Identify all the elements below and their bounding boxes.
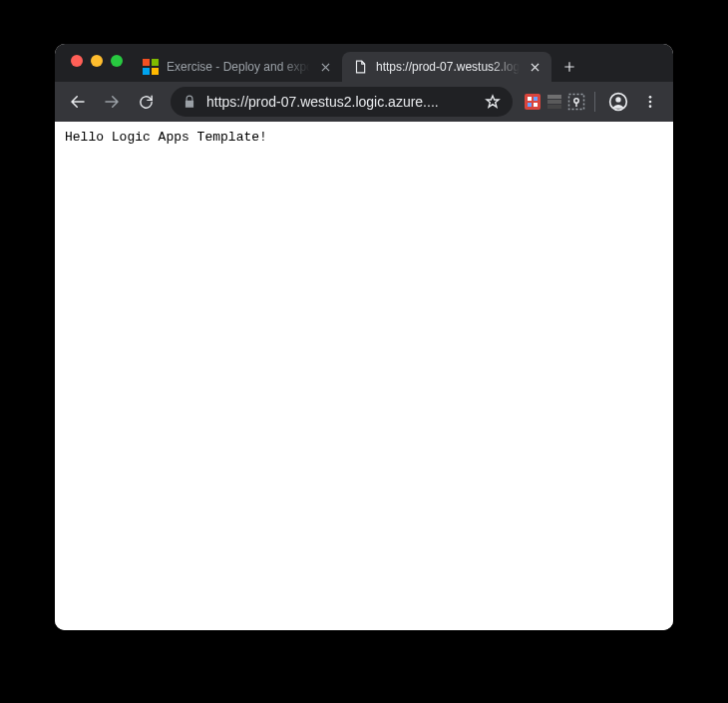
svg-rect-2 xyxy=(534,97,538,101)
svg-rect-0 xyxy=(525,94,541,110)
svg-rect-8 xyxy=(569,95,584,110)
microsoft-logo-icon xyxy=(143,59,159,75)
tab-inactive[interactable]: Exercise - Deploy and export xyxy=(133,52,342,82)
svg-rect-5 xyxy=(547,95,561,99)
svg-point-14 xyxy=(649,105,652,108)
extension-icon-3[interactable] xyxy=(566,92,586,112)
extension-icon-2[interactable] xyxy=(545,92,564,112)
extension-icon-1[interactable] xyxy=(523,92,543,112)
browser-window: Exercise - Deploy and export https://pro… xyxy=(55,44,673,630)
new-tab-button[interactable] xyxy=(555,53,583,81)
svg-rect-1 xyxy=(528,97,532,101)
svg-rect-4 xyxy=(534,103,538,107)
reload-button[interactable] xyxy=(131,87,161,117)
svg-point-13 xyxy=(649,101,652,104)
profile-button[interactable] xyxy=(603,87,633,117)
svg-rect-6 xyxy=(547,100,561,104)
tab-active[interactable]: https://prod-07.westus2.logic xyxy=(342,52,551,82)
back-button[interactable] xyxy=(63,87,93,117)
toolbar: https://prod-07.westus2.logic.azure.... xyxy=(55,82,673,122)
toolbar-divider xyxy=(594,92,595,112)
bookmark-star-icon[interactable] xyxy=(485,94,501,110)
toolbar-right xyxy=(523,87,665,117)
svg-point-9 xyxy=(574,99,578,103)
tab-close-icon[interactable] xyxy=(318,60,332,74)
window-minimize-button[interactable] xyxy=(91,55,103,67)
svg-point-12 xyxy=(649,96,652,99)
window-controls xyxy=(63,55,133,77)
svg-rect-7 xyxy=(547,105,561,109)
forward-button[interactable] xyxy=(97,87,127,117)
page-content: Hello Logic Apps Template! xyxy=(55,122,673,630)
lock-icon[interactable] xyxy=(182,95,196,109)
address-bar[interactable]: https://prod-07.westus2.logic.azure.... xyxy=(171,87,513,117)
file-icon xyxy=(352,59,368,75)
page-body-text: Hello Logic Apps Template! xyxy=(65,130,267,145)
tab-title: Exercise - Deploy and export xyxy=(167,60,310,74)
tab-title: https://prod-07.westus2.logic xyxy=(376,60,520,74)
window-close-button[interactable] xyxy=(71,55,83,67)
window-maximize-button[interactable] xyxy=(111,55,123,67)
tab-strip: Exercise - Deploy and export https://pro… xyxy=(55,44,673,82)
menu-button[interactable] xyxy=(635,87,665,117)
tabs-container: Exercise - Deploy and export https://pro… xyxy=(133,50,673,82)
svg-point-11 xyxy=(615,97,620,102)
svg-rect-3 xyxy=(528,103,532,107)
url-text: https://prod-07.westus2.logic.azure.... xyxy=(206,94,475,110)
tab-close-icon[interactable] xyxy=(528,60,542,74)
